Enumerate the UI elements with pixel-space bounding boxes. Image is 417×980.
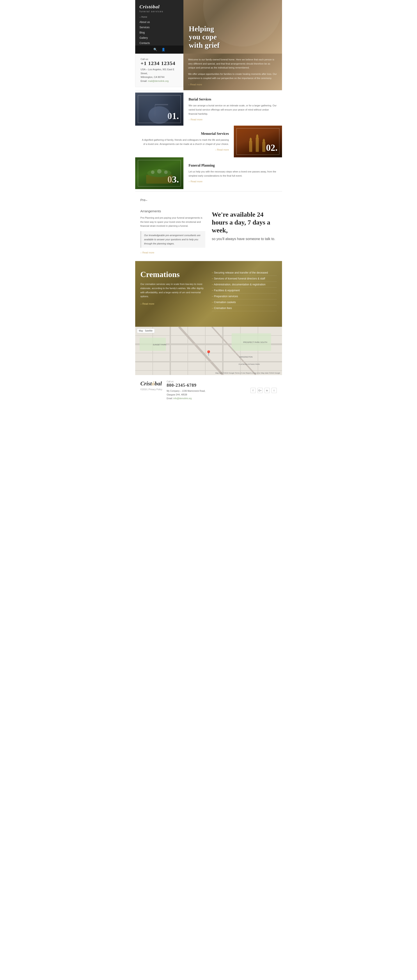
pre-arrange-read-more[interactable]: Read more (141, 251, 155, 254)
svg-point-6 (256, 134, 258, 139)
svg-point-8 (263, 139, 265, 143)
footer-logo: Cristóbal (141, 380, 162, 387)
availability-right: We're available 24 hours a day, 7 days a… (212, 198, 277, 255)
logo-text-part1: Crist (140, 4, 150, 10)
footer-copyright: ©2016 | Privacy Policy (141, 388, 162, 391)
user-icon[interactable]: 👤 (161, 48, 165, 51)
contact-info-box: Call us: +1 1234 12354 USA – Los Angeles… (135, 54, 184, 90)
service-2-image: 02 (234, 126, 282, 158)
map-tab-map[interactable]: Map (139, 329, 143, 332)
service-1-text: Burial Services We can arrange a burial … (184, 92, 282, 126)
map-background: Map Satellite 📍 SUNSET PARK PROSPECT PAR… (135, 327, 282, 375)
email-link[interactable]: mail@demolink.org (148, 80, 168, 82)
svg-rect-7 (262, 142, 265, 152)
footer: Cristóbal ©2016 | Privacy Policy Call us… (135, 375, 282, 406)
service-row-1: 01 Burial Services We can arrange a buri… (135, 92, 282, 126)
service-3-description: Let us help you with the necessary steps… (189, 170, 277, 178)
footer-address: My Company – 1336 Mamroneck Road, Glasgo… (167, 389, 244, 400)
svg-rect-1 (155, 104, 168, 105)
call-label: Call us: (141, 58, 178, 60)
search-icon[interactable]: 🔍 (153, 48, 157, 51)
twitter-icon[interactable]: t (272, 388, 277, 393)
map-label-sunset: SUNSET PARK (153, 344, 166, 346)
map-pin: 📍 (205, 350, 212, 356)
nav-contacts[interactable]: Contacts (140, 40, 179, 46)
crem-list-item-7: Cremation fees (212, 305, 277, 311)
crem-list-item-5: Preparation services (212, 293, 277, 299)
map-attribution: Map data ©2016 Google Terms of Use Repor… (216, 372, 280, 374)
map-label-prospect: PROSPECT PARK SOUTH (243, 341, 267, 344)
cremations-description: Our cremation services vary in scale fro… (141, 282, 205, 299)
pre-arrange-title: Pre– Arrangements (141, 198, 205, 213)
logo-accent: ó (150, 4, 153, 10)
services-section: 01 Burial Services We can arrange a buri… (135, 91, 282, 191)
service-1-read-more[interactable]: Read more (189, 118, 277, 121)
hero-info-area: Call us: +1 1234 12354 USA – Los Angeles… (135, 54, 282, 90)
logo-tagline: funeral services (140, 10, 179, 13)
header: Cristóbal funeral services – Home About … (135, 0, 282, 54)
crem-list-item-6: Cremation caskets (212, 299, 277, 305)
service-2-description: A dignified gathering of family, friends… (140, 138, 229, 146)
logo: Cristóbal (140, 4, 179, 10)
svg-rect-3 (249, 141, 252, 152)
service-3-read-more[interactable]: Read more (189, 180, 277, 183)
cremations-title: Cremations (141, 270, 205, 279)
address: USA – Los Angeles, 901 East E Street, Wi… (141, 68, 178, 83)
nav-blog[interactable]: Blog (140, 30, 179, 35)
phone-number: +1 1234 12354 (141, 60, 178, 66)
svg-point-4 (249, 138, 252, 142)
nav-about[interactable]: About us (140, 19, 179, 25)
sidebar-bottom-icons: 🔍 👤 (135, 46, 184, 54)
service-2-read-more[interactable]: Read more (140, 148, 229, 151)
hero-paragraphs: Welcome to our family-owned funeral home… (184, 54, 282, 90)
hero-text: Helping you cope with grief (189, 25, 220, 49)
footer-email-link[interactable]: info@demolink.org (173, 397, 192, 399)
svg-point-0 (149, 107, 170, 124)
service-row-2: 02 Memorial Services A dignified gatheri… (135, 126, 282, 158)
pre-arrange-left: Pre– Arrangements Pre-Planning and pre-p… (141, 198, 205, 255)
service-1-description: We can arrange a burial service on an in… (189, 103, 277, 116)
service-2-text: Memorial Services A dignified gathering … (135, 126, 234, 158)
svg-rect-5 (256, 138, 259, 152)
service-1-image: 01 (135, 92, 184, 126)
footer-phone: 800-2345-6789 (167, 383, 244, 388)
map-controls: Map Satellite (137, 328, 155, 333)
service-1-number: 01 (168, 111, 179, 121)
info-bar: Call us: +1 1234 12354 USA – Los Angeles… (135, 54, 184, 87)
map-label-kensington: KENSINGTON (240, 356, 252, 358)
nav-home: – Home (140, 16, 179, 18)
footer-social: f G+ in t (251, 380, 277, 400)
service-row-3: 03 Funeral Planning Let us help you with… (135, 158, 282, 189)
svg-point-12 (157, 169, 161, 173)
availability-headline: We're available 24 hours a day, 7 days a… (212, 210, 277, 234)
service-1-title: Burial Services (189, 97, 277, 101)
footer-brand: Cristóbal ©2016 | Privacy Policy (141, 380, 162, 391)
map-tab-satellite[interactable]: Satellite (145, 329, 153, 332)
pre-arrange-section: Pre– Arrangements Pre-Planning and pre-p… (135, 191, 282, 261)
linkedin-icon[interactable]: in (265, 388, 270, 393)
service-1-border (138, 95, 181, 123)
hero-headline: Helping you cope with grief (189, 25, 220, 49)
sidebar: Cristóbal funeral services – Home About … (135, 0, 184, 54)
crem-list-item-3: Administration, documentation & registra… (212, 282, 277, 288)
cremations-read-more[interactable]: Read more (141, 302, 155, 305)
crem-list-item-4: Facilities & equipment (212, 288, 277, 293)
svg-point-11 (151, 170, 155, 174)
hero-background: Helping you cope with grief (184, 0, 282, 54)
cremations-section: Cremations Our cremation services vary i… (135, 261, 282, 327)
cremations-left: Cremations Our cremation services vary i… (141, 270, 205, 318)
hero-para-1: Welcome to our family-owned funeral home… (188, 57, 277, 70)
footer-call: Call us: 800-2345-6789 My Company – 1336… (167, 380, 244, 400)
svg-point-13 (164, 170, 168, 174)
nav-services[interactable]: Services (140, 25, 179, 30)
nav-gallery[interactable]: Gallery (140, 35, 179, 40)
service-2-title: Memorial Services (140, 132, 229, 136)
map-label-flatbush: FLATBUSH DITMAS PARK (239, 363, 260, 365)
service-3-image: 03 (135, 158, 184, 189)
crem-list-item-1: Securing release and transfer of the dec… (212, 270, 277, 276)
hero-read-more[interactable]: Read more (188, 83, 202, 86)
pre-arrange-quote: Our knowledgeable pre-arrangement consul… (141, 231, 205, 248)
facebook-icon[interactable]: f (251, 388, 256, 393)
hero-para-2: We offer unique opportunities for famili… (188, 72, 277, 80)
googleplus-icon[interactable]: G+ (257, 388, 263, 393)
